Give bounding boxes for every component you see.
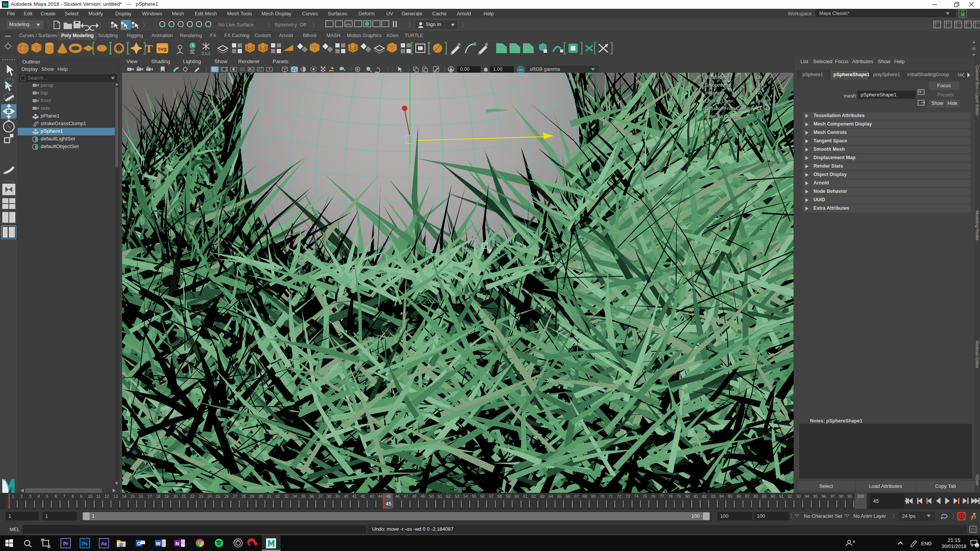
svg-text:N: N [175, 541, 179, 546]
svg-text:44: 44 [378, 494, 382, 499]
svg-text:17: 17 [147, 494, 152, 499]
svg-text:20: 20 [173, 494, 178, 499]
svg-text:Ps: Ps [82, 541, 88, 546]
svg-text:68: 68 [583, 494, 587, 499]
svg-text:Ae: Ae [101, 541, 107, 546]
svg-text:65: 65 [557, 494, 562, 499]
svg-text:71: 71 [608, 494, 613, 499]
svg-text:63: 63 [540, 494, 545, 499]
svg-text:15: 15 [130, 494, 135, 499]
svg-text:100: 100 [857, 494, 864, 499]
svg-text:Pr: Pr [63, 541, 68, 546]
svg-text:76: 76 [651, 494, 655, 499]
svg-text:1: 1 [976, 544, 978, 548]
svg-text:67: 67 [574, 494, 579, 499]
svg-text:36: 36 [309, 494, 314, 499]
svg-text:47: 47 [403, 494, 408, 499]
svg-text:2: 2 [20, 494, 23, 499]
svg-text:74: 74 [634, 494, 639, 499]
svg-text:83: 83 [711, 494, 715, 499]
svg-text:73: 73 [626, 494, 630, 499]
svg-text:89: 89 [762, 494, 766, 499]
svg-text:33: 33 [284, 494, 289, 499]
svg-text:35: 35 [301, 494, 305, 499]
svg-text:10: 10 [88, 494, 92, 499]
svg-text:97: 97 [830, 494, 835, 499]
svg-text:27: 27 [233, 494, 237, 499]
svg-text:45: 45 [386, 494, 391, 499]
svg-text:1: 1 [12, 494, 14, 499]
svg-text:29: 29 [250, 494, 254, 499]
svg-text:21: 21 [181, 494, 186, 499]
svg-text:O: O [137, 541, 141, 546]
svg-text:90: 90 [771, 494, 775, 499]
svg-text:59: 59 [506, 494, 510, 499]
svg-text:94: 94 [805, 494, 809, 499]
svg-text:81: 81 [694, 494, 698, 499]
svg-text:23: 23 [199, 494, 203, 499]
svg-text:93: 93 [796, 494, 801, 499]
svg-text:16: 16 [139, 494, 143, 499]
svg-text:3: 3 [29, 494, 31, 499]
svg-text:98: 98 [839, 494, 843, 499]
svg-text:26: 26 [224, 494, 229, 499]
svg-text:79: 79 [676, 494, 681, 499]
svg-text:5: 5 [46, 494, 48, 499]
svg-text:75: 75 [642, 494, 647, 499]
svg-text:49: 49 [420, 494, 425, 499]
svg-text:37: 37 [318, 494, 323, 499]
svg-text:46: 46 [395, 494, 400, 499]
svg-text:66: 66 [566, 494, 570, 499]
svg-text:42: 42 [361, 494, 365, 499]
svg-text:19: 19 [164, 494, 169, 499]
svg-text:6: 6 [55, 494, 57, 499]
svg-text:45: 45 [873, 498, 879, 504]
svg-text:8: 8 [72, 494, 74, 499]
svg-text:T: T [268, 67, 271, 71]
svg-text:64: 64 [549, 494, 553, 499]
svg-text:69: 69 [591, 494, 596, 499]
svg-text:86: 86 [737, 494, 741, 499]
svg-text:82: 82 [702, 494, 707, 499]
svg-text:55: 55 [472, 494, 476, 499]
svg-text:96: 96 [822, 494, 826, 499]
svg-text:ENG: ENG [921, 541, 932, 546]
svg-text:50: 50 [429, 494, 434, 499]
svg-text:95: 95 [813, 494, 818, 499]
svg-text:25: 25 [216, 494, 220, 499]
svg-text:28: 28 [241, 494, 246, 499]
svg-text:62: 62 [531, 494, 536, 499]
svg-text:W: W [156, 541, 161, 546]
svg-text:99: 99 [847, 494, 852, 499]
svg-text:77: 77 [660, 494, 664, 499]
svg-text:T: T [145, 42, 153, 55]
svg-text:57: 57 [489, 494, 493, 499]
svg-text:72: 72 [617, 494, 621, 499]
svg-text:11: 11 [96, 494, 101, 499]
svg-text:60: 60 [514, 494, 519, 499]
svg-text:38: 38 [327, 494, 331, 499]
svg-text:30: 30 [258, 494, 263, 499]
svg-text:30/01/2018: 30/01/2018 [941, 543, 966, 549]
svg-text:9: 9 [80, 494, 82, 499]
svg-text:51: 51 [438, 494, 442, 499]
svg-text:12: 12 [105, 494, 109, 499]
svg-text:24: 24 [207, 494, 212, 499]
svg-text:22: 22 [190, 494, 194, 499]
svg-text:84: 84 [719, 494, 724, 499]
svg-text:54: 54 [463, 494, 468, 499]
svg-text:80: 80 [685, 494, 690, 499]
svg-text:39: 39 [335, 494, 340, 499]
svg-text:41: 41 [352, 494, 357, 499]
svg-text:85: 85 [728, 494, 732, 499]
svg-text:13: 13 [113, 494, 118, 499]
svg-text:87: 87 [745, 494, 750, 499]
svg-text:88: 88 [753, 494, 758, 499]
svg-text:48: 48 [412, 494, 416, 499]
svg-text:18: 18 [156, 494, 160, 499]
svg-text:78: 78 [668, 494, 673, 499]
svg-text:43: 43 [369, 494, 374, 499]
svg-text:92: 92 [787, 494, 792, 499]
svg-text:21:15: 21:15 [948, 537, 960, 543]
svg-text:53: 53 [455, 494, 459, 499]
